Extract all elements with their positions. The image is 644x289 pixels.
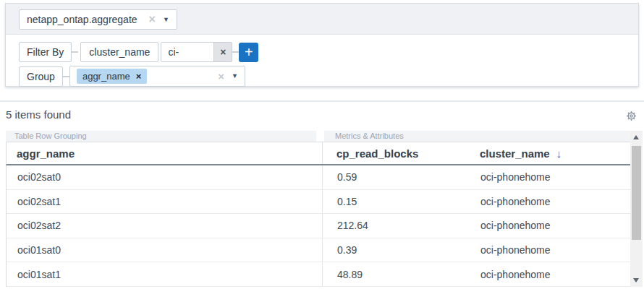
chevron-down-icon[interactable]: ▼: [163, 17, 169, 23]
asset-selector-value: netapp_ontap.aggregate: [27, 14, 137, 25]
clear-filter-icon[interactable]: ×: [213, 43, 232, 61]
filter-row: Filter By cluster_name × +: [19, 42, 258, 62]
filter-value-input[interactable]: [161, 43, 213, 61]
cell-cp-read-blocks: 212.64: [323, 214, 471, 238]
cell-aggr-name: oci02sat2: [7, 214, 323, 238]
connector-line: [63, 76, 69, 77]
filter-field-selector[interactable]: cluster_name: [80, 42, 158, 62]
column-header-cluster-name[interactable]: cluster_name ↓: [471, 142, 630, 164]
remove-tag-icon[interactable]: ×: [136, 71, 142, 82]
table-body: oci02sat0 0.59 oci-phonehome oci02sat1 0…: [6, 165, 630, 287]
scroll-down-icon[interactable]: [633, 278, 639, 282]
group-row: Group aggr_name × × ▼: [19, 66, 245, 87]
cell-cluster-name: oci-phonehome: [471, 190, 630, 214]
query-page: netapp_ontap.aggregate × ▼ Filter By clu…: [0, 0, 644, 289]
query-builder-panel: netapp_ontap.aggregate × ▼ Filter By clu…: [5, 3, 639, 87]
chevron-down-icon[interactable]: ▼: [232, 73, 238, 79]
table-group-headers: Table Row Grouping Metrics & Attributes: [6, 131, 630, 142]
table-row[interactable]: oci02sat2 212.64 oci-phonehome: [7, 214, 630, 238]
add-filter-button[interactable]: +: [239, 43, 258, 62]
column-header-cp-read-blocks[interactable]: cp_read_blocks: [323, 142, 471, 164]
filter-by-button[interactable]: Filter By: [19, 42, 72, 62]
cell-cp-read-blocks: 0.59: [323, 165, 471, 189]
scrollbar-thumb[interactable]: [632, 146, 641, 240]
cell-aggr-name: oci01sat0: [7, 238, 323, 262]
table-row[interactable]: oci01sat1 48.89 oci-phonehome: [7, 262, 630, 287]
cell-aggr-name: oci01sat1: [7, 262, 323, 286]
table-scrollbar[interactable]: [630, 131, 643, 287]
items-found-count: 5 items found: [6, 108, 71, 121]
group-header-metrics: Metrics & Attributes: [324, 131, 630, 142]
group-header-gap: [316, 131, 324, 142]
filter-value-box: ×: [161, 42, 232, 62]
group-tag: aggr_name ×: [77, 69, 147, 84]
sort-desc-icon[interactable]: ↓: [556, 147, 562, 160]
group-button[interactable]: Group: [19, 66, 63, 87]
cell-cluster-name: oci-phonehome: [471, 238, 630, 262]
group-header-row-grouping: Table Row Grouping: [6, 131, 316, 142]
connector-line: [72, 51, 78, 53]
cell-cluster-name: oci-phonehome: [471, 262, 630, 286]
table-row[interactable]: oci02sat0 0.59 oci-phonehome: [7, 165, 630, 190]
clear-icon[interactable]: ×: [149, 14, 156, 25]
table-header-row: aggr_name cp_read_blocks cluster_name ↓: [6, 142, 630, 165]
asset-selector-row: netapp_ontap.aggregate × ▼: [6, 4, 638, 35]
scroll-up-icon[interactable]: [633, 135, 639, 139]
asset-selector-dropdown[interactable]: netapp_ontap.aggregate × ▼: [19, 9, 177, 30]
cell-cluster-name: oci-phonehome: [471, 214, 630, 238]
table-row[interactable]: oci02sat1 0.15 oci-phonehome: [7, 190, 630, 215]
cell-aggr-name: oci02sat1: [7, 190, 323, 214]
group-by-dropdown[interactable]: aggr_name × × ▼: [69, 66, 245, 87]
cell-cluster-name: oci-phonehome: [471, 165, 630, 189]
table-row[interactable]: oci01sat0 0.39 oci-phonehome: [7, 238, 630, 263]
cell-cp-read-blocks: 0.39: [323, 238, 471, 262]
cell-cp-read-blocks: 0.15: [323, 190, 471, 214]
section-divider: [0, 100, 644, 102]
column-header-cluster-name-label: cluster_name: [480, 147, 550, 160]
gear-icon[interactable]: [625, 110, 637, 122]
cell-cp-read-blocks: 48.89: [323, 262, 471, 286]
cell-aggr-name: oci02sat0: [7, 165, 323, 189]
column-header-aggr-name[interactable]: aggr_name: [7, 142, 323, 164]
connector-line: [232, 51, 239, 53]
clear-icon[interactable]: ×: [218, 71, 224, 82]
results-table: Table Row Grouping Metrics & Attributes …: [6, 131, 643, 287]
group-tag-label: aggr_name: [82, 71, 130, 82]
